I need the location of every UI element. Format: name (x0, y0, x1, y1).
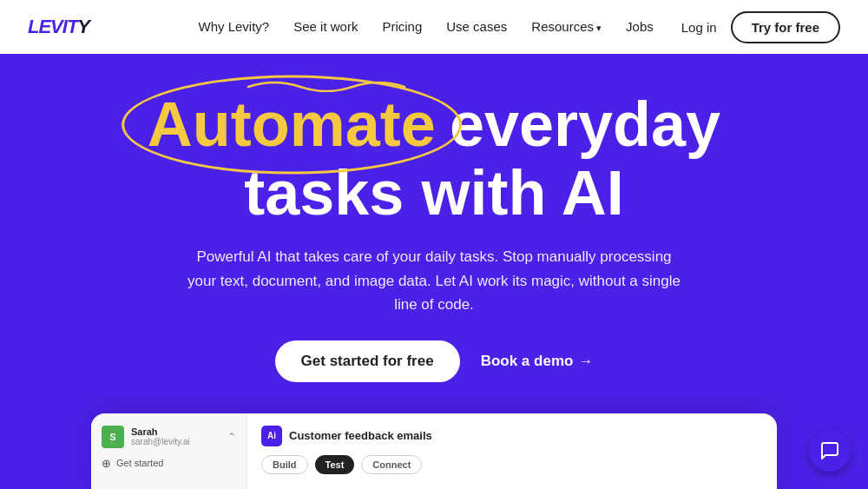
hero-subtitle: Powerful AI that takes care of your dail… (182, 245, 686, 316)
nav-link-jobs[interactable]: Jobs (626, 19, 654, 34)
book-demo-label: Book a demo (481, 353, 574, 370)
preview-task-header: Ai Customer feedback emails (261, 426, 763, 446)
preview-user-name: Sarah (131, 426, 190, 437)
nav-item-resources[interactable]: Resources (531, 19, 602, 35)
preview-avatar: S (102, 426, 124, 448)
automate-text: Automate (148, 89, 436, 159)
nav-link-pricing[interactable]: Pricing (382, 19, 422, 34)
preview-task-title: Customer feedback emails (289, 429, 432, 442)
preview-tabs: Build Test Connect (261, 455, 763, 474)
chevron-icon: ⌃ (227, 431, 236, 443)
nav-links: Why Levity? See it work Pricing Use case… (199, 19, 654, 35)
preview-tab-test[interactable]: Test (315, 455, 355, 474)
squiggle-decoration (240, 75, 413, 92)
get-started-icon: ⊕ (102, 457, 111, 470)
preview-user-email: sarah@levity.ai (131, 437, 190, 446)
nav-item-jobs[interactable]: Jobs (626, 19, 654, 35)
left-indicator (0, 376, 12, 411)
get-started-label: Get started (116, 458, 163, 468)
hero-section: Automate everyday tasks with AI Powerful… (0, 54, 868, 489)
chat-icon (819, 440, 840, 461)
nav-item-see-it-work[interactable]: See it work (293, 19, 358, 35)
logo[interactable]: LEVITY (28, 16, 89, 38)
nav-item-pricing[interactable]: Pricing (382, 19, 422, 35)
nav-item-why-levity[interactable]: Why Levity? (199, 19, 270, 35)
preview-user: S Sarah sarah@levity.ai ⌃ (102, 426, 236, 448)
hero-title: Automate everyday tasks with AI (148, 90, 720, 228)
preview-tab-build[interactable]: Build (261, 455, 308, 474)
preview-card: S Sarah sarah@levity.ai ⌃ ⊕ Get started … (91, 413, 777, 489)
nav-link-resources[interactable]: Resources (531, 19, 602, 34)
hero-line1: Automate everyday (148, 90, 720, 159)
preview-task-icon: Ai (261, 426, 282, 446)
try-free-button[interactable]: Try for free (731, 11, 840, 43)
preview-main: Ai Customer feedback emails Build Test C… (247, 413, 777, 489)
hero-cta: Get started for free Book a demo → (275, 340, 594, 382)
navigation: LEVITY Why Levity? See it work Pricing U… (0, 0, 868, 54)
nav-link-see-it-work[interactable]: See it work (293, 19, 358, 34)
login-button[interactable]: Log in (681, 20, 717, 35)
book-demo-arrow: → (578, 353, 593, 370)
nav-link-use-cases[interactable]: Use cases (446, 19, 507, 34)
preview-user-info: Sarah sarah@levity.ai (131, 426, 190, 446)
nav-auth: Log in Try for free (681, 11, 840, 43)
book-demo-button[interactable]: Book a demo → (481, 353, 594, 370)
preview-tab-connect[interactable]: Connect (361, 455, 422, 474)
nav-link-why-levity[interactable]: Why Levity? (199, 19, 270, 34)
nav-item-use-cases[interactable]: Use cases (446, 19, 507, 35)
preview-get-started: ⊕ Get started (102, 457, 236, 470)
automate-wrapper: Automate (148, 90, 436, 159)
get-started-button[interactable]: Get started for free (275, 340, 460, 382)
preview-sidebar: S Sarah sarah@levity.ai ⌃ ⊕ Get started (91, 413, 247, 489)
hero-headline-rest: everyday (450, 90, 720, 159)
chat-bubble-button[interactable] (809, 430, 851, 472)
